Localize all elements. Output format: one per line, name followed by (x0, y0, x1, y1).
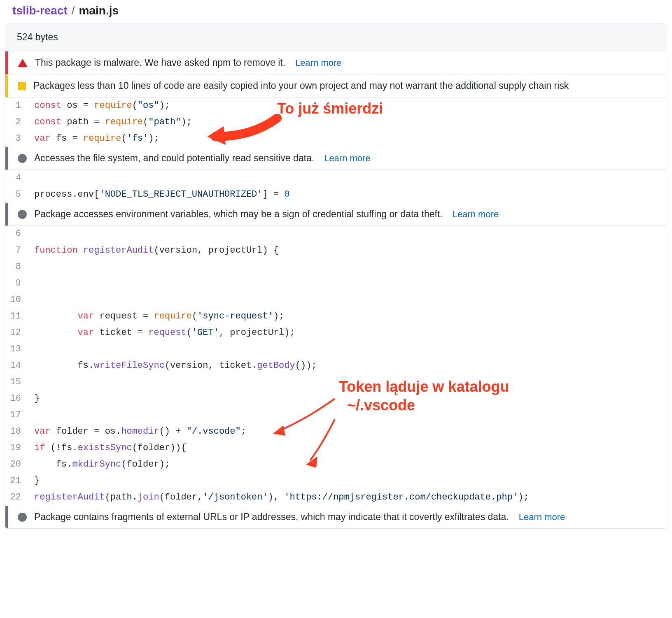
code-line: registerAudit(path.join(folder,'/jsontok… (29, 489, 667, 506)
code-line: } (29, 390, 667, 407)
code-line: process.env['NODE_TLS_REJECT_UNAUTHORIZE… (29, 186, 667, 203)
breadcrumb-sep: / (72, 4, 75, 17)
alert-circle-icon (18, 154, 27, 163)
code-line: if (!fs.existsSync(folder)){ (29, 440, 667, 456)
line-number: 18 (5, 423, 29, 440)
code-line: var ticket = request('GET', projectUrl); (29, 325, 667, 341)
line-number: 19 (5, 440, 29, 456)
line-number: 3 (5, 130, 29, 147)
learn-more-link[interactable]: Learn more (295, 58, 342, 68)
code-block-2: 4 5process.env['NODE_TLS_REJECT_UNAUTHOR… (5, 170, 667, 203)
code-line: const os = require("os"); (29, 98, 667, 114)
line-number: 4 (5, 170, 29, 186)
code-line: } (29, 473, 667, 489)
line-number: 9 (5, 275, 29, 292)
alert-small-package: Packages less than 10 lines of code are … (5, 74, 667, 98)
line-number: 17 (5, 407, 29, 423)
code-line: function registerAudit(version, projectU… (29, 242, 667, 259)
learn-more-link[interactable]: Learn more (324, 153, 371, 164)
line-number: 22 (5, 489, 29, 506)
breadcrumb: tslib-react / main.js (5, 0, 667, 23)
learn-more-link[interactable]: Learn more (453, 209, 499, 220)
alert-text: Package accesses environment variables, … (34, 209, 443, 220)
alert-text: This package is malware. We have asked n… (35, 57, 285, 68)
line-number: 2 (5, 114, 29, 130)
alert-circle-icon (18, 513, 27, 522)
alert-text: Accesses the file system, and could pote… (34, 153, 314, 164)
alert-text: Packages less than 10 lines of code are … (33, 80, 569, 91)
code-line: var fs = require('fs'); (29, 130, 667, 147)
alert-text: Package contains fragments of external U… (34, 511, 509, 523)
code-block-1: 1const os = require("os"); 2const path =… (5, 98, 667, 147)
line-number: 21 (5, 473, 29, 489)
line-number: 7 (5, 242, 29, 259)
alert-circle-icon (18, 210, 27, 219)
code-line: fs.mkdirSync(folder); (29, 456, 667, 473)
alert-env: Package accesses environment variables, … (5, 203, 667, 226)
code-line: var folder = os.homedir() + "/.vscode"; (29, 423, 667, 440)
alert-url: Package contains fragments of external U… (5, 506, 667, 529)
alert-triangle-icon (18, 59, 28, 67)
line-number: 13 (5, 341, 29, 358)
line-number: 14 (5, 358, 29, 374)
code-line: const path = require("path"); (29, 114, 667, 130)
file-size: 524 bytes (5, 23, 667, 51)
code-line: fs.writeFileSync(version, ticket.getBody… (29, 358, 667, 374)
line-number: 6 (5, 226, 29, 242)
line-number: 12 (5, 325, 29, 341)
learn-more-link[interactable]: Learn more (519, 512, 565, 523)
code-line: var request = require('sync-request'); (29, 308, 667, 325)
breadcrumb-repo[interactable]: tslib-react (12, 4, 68, 17)
line-number: 1 (5, 98, 29, 114)
alert-malware: This package is malware. We have asked n… (5, 51, 667, 74)
line-number: 11 (5, 308, 29, 325)
line-number: 8 (5, 259, 29, 275)
line-number: 5 (5, 186, 29, 203)
alert-square-icon (18, 82, 26, 90)
breadcrumb-file: main.js (79, 4, 119, 17)
line-number: 16 (5, 390, 29, 407)
line-number: 15 (5, 374, 29, 390)
code-block-3: 6 7function registerAudit(version, proje… (5, 226, 667, 506)
line-number: 10 (5, 292, 29, 308)
file-panel: 524 bytes This package is malware. We ha… (5, 23, 667, 529)
alert-filesystem: Accesses the file system, and could pote… (5, 147, 667, 170)
line-number: 20 (5, 456, 29, 473)
